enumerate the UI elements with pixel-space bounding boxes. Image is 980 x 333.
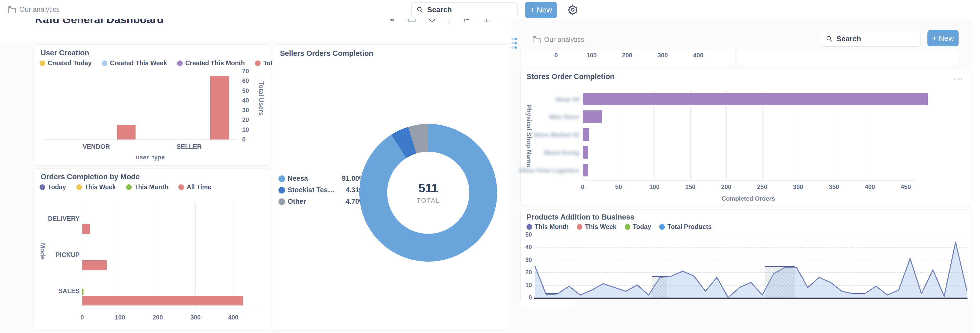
breadcrumb[interactable]: Our analytics — [8, 6, 60, 14]
legend-label: Other — [288, 198, 341, 206]
products-chart: 01020304050 — [526, 232, 968, 301]
legend-item[interactable]: Today — [625, 223, 651, 230]
card-sellers-orders[interactable]: Sellers Orders Completion Neesa91.00%Sto… — [272, 44, 509, 331]
x-tick: 150 — [685, 183, 695, 190]
legend-item[interactable]: Created This Week — [102, 59, 167, 67]
bar-completed-orders[interactable] — [583, 128, 589, 141]
card-title: Products Addition to Business — [527, 213, 635, 221]
legend-item[interactable]: Total Products — [659, 223, 711, 230]
y-tick: 40 — [525, 244, 532, 251]
y-category-label-redacted: Shop 04 — [555, 96, 579, 103]
x-axis-name: Completed Orders — [721, 195, 775, 202]
pane-divider — [511, 19, 511, 333]
new-button[interactable]: + New — [928, 30, 959, 46]
drag-dot — [511, 46, 514, 49]
x-tick: 0 — [581, 183, 584, 190]
x-tick: 200 — [153, 314, 163, 321]
stores-chart: 050100150200250300350400450Shop 04Mint S… — [583, 89, 966, 202]
y-tick: 20 — [525, 269, 532, 276]
legend-item[interactable]: All Time — [178, 183, 211, 191]
bar-completed-orders[interactable] — [583, 146, 588, 159]
x-tick: 250 — [757, 183, 767, 190]
legend-dot — [577, 224, 582, 230]
legend-item[interactable]: This Month — [527, 223, 569, 230]
card-partial-empty[interactable] — [738, 50, 957, 66]
new-button[interactable]: + New — [525, 2, 557, 18]
legend-item[interactable]: Created This Month — [177, 59, 245, 67]
this-month-line-segment — [546, 293, 558, 294]
search-input[interactable] — [836, 35, 915, 43]
bar-completed-orders[interactable] — [583, 164, 588, 176]
legend-item[interactable]: Created Today — [40, 59, 92, 67]
breadcrumb-label: Our analytics — [19, 6, 60, 14]
legend-dot — [76, 184, 82, 190]
legend-dot — [178, 184, 184, 190]
bar-completed-orders[interactable] — [583, 110, 602, 123]
search-input[interactable] — [427, 5, 512, 14]
this-month-line-segment — [765, 266, 795, 267]
card-title: User Creation — [41, 49, 89, 57]
card-partial-chart[interactable]: 0100200300400 — [520, 50, 735, 66]
card-menu-icon[interactable]: … — [953, 73, 965, 79]
legend-label: Created Today — [48, 59, 92, 67]
legend-item[interactable]: Today — [40, 183, 66, 191]
card-products-addition[interactable]: Products Addition to Business This Month… — [520, 209, 972, 301]
legend-label: All Time — [186, 183, 211, 191]
x-tick: 0 — [554, 52, 558, 59]
search-box[interactable] — [411, 2, 517, 17]
y-tick: 60 — [242, 77, 249, 84]
x-tick: 400 — [865, 183, 875, 190]
x-axis-line — [44, 140, 238, 140]
breadcrumb[interactable]: Our analytics — [532, 36, 584, 44]
card-orders-by-mode[interactable]: Orders Completion by Mode TodayThis Week… — [34, 168, 270, 331]
bar-all-time[interactable] — [82, 296, 243, 306]
app-root: Kafu General Dashboard ✎ ▭ ↻ | ⚑ ⊥ User … — [0, 0, 980, 333]
legend-label: Today — [633, 223, 651, 230]
legend-dot — [255, 60, 261, 66]
legend-dot — [278, 187, 285, 193]
x-tick: 100 — [115, 314, 125, 321]
gridline — [120, 202, 120, 310]
legend-item[interactable]: This Week — [577, 223, 616, 230]
legend-item[interactable]: Stockist Tes…4.31% — [278, 186, 365, 194]
donut-total-label: TOTAL — [417, 197, 440, 205]
x-tick: 200 — [721, 183, 732, 190]
bar-completed-orders[interactable] — [583, 93, 928, 105]
legend-item[interactable]: Other4.70% — [278, 198, 365, 206]
y-tick: 50 — [242, 87, 249, 94]
x-axis-name: user_type — [136, 154, 165, 161]
bar-this-month[interactable] — [82, 289, 83, 295]
search-box[interactable] — [821, 31, 921, 47]
gear-icon[interactable] — [567, 4, 578, 15]
x-tick: 400 — [693, 52, 703, 59]
y-category-label-redacted: Store Market 02 — [533, 131, 579, 138]
legend-item[interactable]: Neesa91.00% — [278, 174, 365, 182]
legend-item[interactable]: This Month — [126, 183, 168, 191]
this-month-line-segment — [652, 276, 667, 277]
top-nav-bar: Our analytics + New — [0, 0, 980, 19]
y-tick: 70 — [242, 68, 249, 75]
card-title: Orders Completion by Mode — [41, 173, 140, 181]
legend-dot — [40, 60, 45, 66]
legend-dot — [177, 60, 183, 66]
bar-all-time[interactable] — [82, 224, 90, 234]
bar-total-users[interactable] — [210, 76, 229, 140]
x-tick: 100 — [649, 183, 659, 190]
bar-all-time[interactable] — [82, 260, 107, 270]
search-icon — [826, 35, 832, 42]
search-icon — [417, 6, 423, 13]
legend-label: Today — [48, 183, 66, 191]
card-stores-order-completion[interactable]: Stores Order Completion … Physical Shop … — [520, 68, 972, 205]
x-tick: 100 — [587, 52, 597, 59]
drag-handle[interactable] — [511, 38, 519, 52]
y-axis-name: Physical Shop Name — [525, 105, 533, 167]
card-user-creation[interactable]: User Creation Created TodayCreated This … — [34, 44, 270, 165]
legend-item[interactable]: This Week — [76, 183, 116, 191]
drag-dot — [511, 38, 514, 40]
x-tick: 400 — [228, 314, 239, 321]
legend-dot — [278, 198, 285, 205]
scrollbar-track[interactable] — [973, 19, 980, 333]
legend-label: Neesa — [288, 174, 339, 182]
y-tick: 30 — [525, 257, 532, 263]
bar-total-users[interactable] — [117, 125, 135, 140]
